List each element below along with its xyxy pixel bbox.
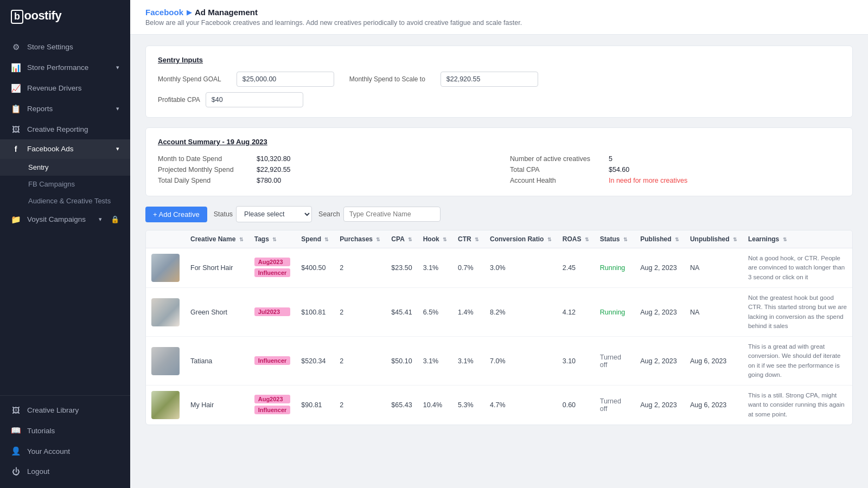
cell-published: Aug 2, 2023: [635, 288, 685, 337]
cell-roas: 3.10: [557, 337, 595, 386]
chevron-down-icon: ▾: [116, 64, 119, 71]
search-filter: Search: [318, 207, 441, 222]
monthly-spend-scale-input[interactable]: [441, 72, 538, 87]
content-area: Sentry Inputs Monthly Spend GOAL Monthly…: [130, 35, 868, 436]
col-tags[interactable]: Tags ⇅: [249, 230, 296, 248]
search-input[interactable]: [343, 207, 441, 222]
cell-conversion-ratio: 3.0%: [484, 248, 557, 288]
cell-spend: $400.50: [296, 248, 334, 288]
status-select[interactable]: Please select Running Turned off: [236, 206, 312, 222]
creative-thumbnail: [151, 347, 180, 375]
learnings-text: Not a good hook, or CTR. People are conv…: [748, 254, 847, 282]
col-status[interactable]: Status ⇅: [595, 230, 635, 248]
logo-name: oostify: [24, 9, 62, 22]
summary-right: Number of active creatives 5 Total CPA $…: [510, 153, 840, 186]
cell-thumb: [146, 248, 185, 288]
creative-thumbnail: [151, 391, 180, 419]
logo-b: b: [11, 10, 23, 24]
cell-status: Running: [595, 288, 635, 337]
sidebar-label-logout: Logout: [27, 467, 49, 476]
sidebar-label-store-settings: Store Settings: [27, 43, 73, 51]
sidebar-item-logout[interactable]: ⏻ Logout: [0, 461, 130, 481]
sidebar-item-store-performance[interactable]: 📊 Store Performance ▾: [0, 57, 130, 78]
cell-thumb: [146, 337, 185, 386]
chart-icon: 📊: [11, 63, 21, 73]
cell-purchases: 2: [334, 288, 386, 337]
cell-hook: 6.5%: [418, 288, 452, 337]
sidebar-item-voysit-campaigns[interactable]: 📁 Voysit Campaigns ▾ 🔒: [0, 209, 130, 230]
status-badge: Running: [600, 264, 626, 272]
col-ctr[interactable]: CTR ⇅: [452, 230, 484, 248]
monthly-spend-goal-input[interactable]: [237, 72, 334, 87]
col-creative-name[interactable]: Creative Name ⇅: [185, 230, 249, 248]
table-row: TatianaInfluencer$520.342$50.103.1%3.1%7…: [146, 337, 852, 386]
sidebar-subitem-audience-creative-tests[interactable]: Audience & Creative Tests: [0, 192, 130, 209]
cell-tags: Influencer: [249, 337, 296, 386]
col-hook[interactable]: Hook ⇅: [418, 230, 452, 248]
sidebar-label-voysit: Voysit Campaigns: [27, 215, 86, 223]
creatives-table: Creative Name ⇅ Tags ⇅ Spend ⇅ Purchases…: [146, 230, 852, 425]
tag-badge: Jul2023: [254, 307, 291, 316]
status-badge: Turned off: [600, 354, 621, 369]
summary-row-daily-spend: Total Daily Spend $780.00: [158, 175, 488, 186]
sidebar-item-creative-reporting[interactable]: 🖼 Creative Reporting: [0, 119, 130, 139]
cell-hook: 3.1%: [418, 337, 452, 386]
sidebar-item-creative-library[interactable]: 🖼 Creative Library: [0, 400, 130, 420]
sidebar-bottom: 🖼 Creative Library 📖 Tutorials 👤 Your Ac…: [0, 395, 130, 488]
cell-published: Aug 2, 2023: [635, 337, 685, 386]
summary-row-active-creatives: Number of active creatives 5: [510, 153, 840, 164]
sidebar-label-your-account: Your Account: [27, 447, 70, 455]
cell-name: My Hair: [185, 386, 249, 425]
col-roas[interactable]: ROAS ⇅: [557, 230, 595, 248]
status-filter-label: Status: [214, 210, 233, 218]
col-spend[interactable]: Spend ⇅: [296, 230, 334, 248]
col-unpublished[interactable]: Unpublished ⇅: [685, 230, 743, 248]
col-purchases[interactable]: Purchases ⇅: [334, 230, 386, 248]
col-learnings[interactable]: Learnings ⇅: [743, 230, 852, 248]
monthly-spend-goal-label: Monthly Spend GOAL: [158, 75, 221, 83]
cell-conversion-ratio: 8.2%: [484, 288, 557, 337]
cell-status: Turned off: [595, 337, 635, 386]
col-published[interactable]: Published ⇅: [635, 230, 685, 248]
cell-ctr: 3.1%: [452, 337, 484, 386]
cell-name: For Short Hair: [185, 248, 249, 288]
voysit-icon: 📁: [11, 215, 21, 224]
sidebar-subitem-fb-campaigns[interactable]: FB Campaigns: [0, 176, 130, 192]
chevron-down-icon: ▾: [99, 216, 102, 223]
col-conversion-ratio[interactable]: Conversion Ratio ⇅: [484, 230, 557, 248]
monthly-spend-scale-label: Monthly Spend to Scale to: [349, 75, 425, 83]
image-icon: 🖼: [11, 125, 21, 134]
breadcrumb-arrow: ▶: [187, 9, 192, 16]
profitable-cpa-input[interactable]: [206, 92, 303, 107]
sidebar-item-your-account[interactable]: 👤 Your Account: [0, 441, 130, 461]
learnings-text: Not the greatest hook but good CTR. This…: [748, 293, 847, 331]
cell-unpublished: NA: [685, 248, 743, 288]
table-row: My HairAug2023Influencer$90.812$65.4310.…: [146, 386, 852, 425]
breadcrumb-parent[interactable]: Facebook: [145, 8, 183, 17]
cell-hook: 3.1%: [418, 248, 452, 288]
sidebar-item-tutorials[interactable]: 📖 Tutorials: [0, 420, 130, 441]
sidebar-item-store-settings[interactable]: ⚙ Store Settings: [0, 37, 130, 57]
topbar: Facebook ▶ Ad Management Below are all y…: [130, 0, 868, 35]
sidebar-label-creative-reporting: Creative Reporting: [27, 125, 88, 133]
sentry-inputs-card: Sentry Inputs Monthly Spend GOAL Monthly…: [145, 46, 853, 118]
status-badge: Running: [600, 309, 626, 316]
summary-row-projected-spend: Projected Monthly Spend $22,920.55: [158, 164, 488, 175]
summary-row-total-cpa: Total CPA $54.60: [510, 164, 840, 175]
tag-badge: Aug2023: [254, 395, 291, 403]
sidebar-item-facebook-ads[interactable]: f Facebook Ads ▾: [0, 139, 130, 159]
chevron-down-icon: ▾: [116, 145, 119, 152]
add-creative-button[interactable]: + Add Creative: [145, 207, 207, 222]
report-icon: 📋: [11, 104, 21, 114]
sidebar-subitem-sentry[interactable]: Sentry: [0, 159, 130, 176]
sidebar-item-reports[interactable]: 📋 Reports ▾: [0, 99, 130, 119]
sidebar-item-revenue-drivers[interactable]: 📈 Revenue Drivers: [0, 78, 130, 99]
learnings-text: This is a great ad with great conversion…: [748, 342, 847, 380]
table-row: Green ShortJul2023$100.812$45.416.5%1.4%…: [146, 288, 852, 337]
sidebar-label-revenue-drivers: Revenue Drivers: [27, 84, 82, 92]
cell-published: Aug 2, 2023: [635, 386, 685, 425]
col-cpa[interactable]: CPA ⇅: [386, 230, 417, 248]
breadcrumb-current: Ad Management: [195, 8, 258, 17]
sidebar-label-facebook-ads: Facebook Ads: [27, 145, 74, 153]
summary-row-mtd-spend: Month to Date Spend $10,320.80: [158, 153, 488, 164]
